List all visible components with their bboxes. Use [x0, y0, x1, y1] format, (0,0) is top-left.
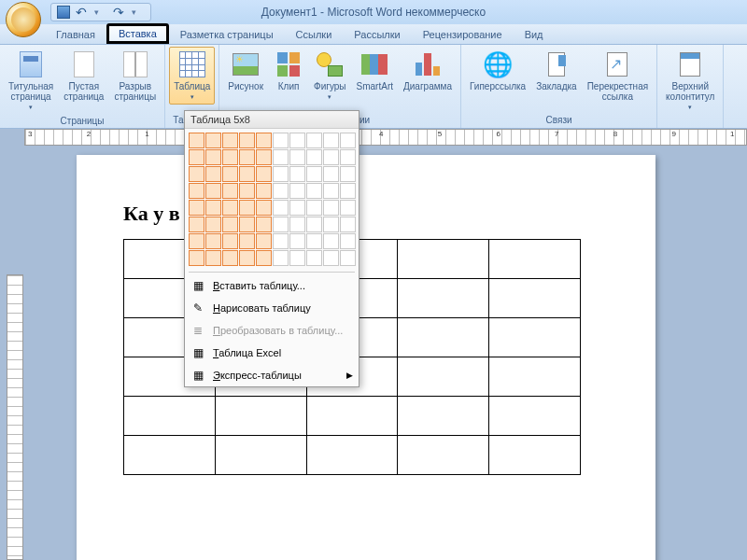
grid-cell[interactable]	[306, 233, 322, 249]
grid-cell[interactable]	[189, 133, 204, 148]
grid-cell[interactable]	[273, 233, 289, 249]
grid-cell[interactable]	[273, 217, 289, 232]
grid-cell[interactable]	[306, 183, 322, 199]
grid-cell[interactable]	[205, 166, 221, 182]
table-cell[interactable]	[124, 397, 216, 436]
grid-cell[interactable]	[289, 217, 305, 232]
grid-cell[interactable]	[323, 217, 339, 232]
tab-Главная[interactable]: Главная	[45, 25, 106, 44]
tab-Разметка страницы[interactable]: Разметка страницы	[169, 25, 285, 44]
grid-cell[interactable]	[340, 250, 356, 266]
qat-customize-icon[interactable]	[132, 6, 145, 19]
table-cell[interactable]	[398, 397, 489, 436]
grid-cell[interactable]	[289, 149, 305, 165]
grid-cell[interactable]	[323, 166, 339, 182]
grid-cell[interactable]	[256, 200, 272, 216]
grid-cell[interactable]	[273, 149, 289, 165]
grid-cell[interactable]	[205, 250, 221, 266]
hyperlink-button[interactable]: 🌐Гиперссылка	[465, 47, 530, 94]
grid-cell[interactable]	[289, 183, 305, 199]
grid-cell[interactable]	[189, 166, 204, 182]
grid-cell[interactable]	[189, 200, 204, 216]
table-size-grid[interactable]	[185, 129, 359, 270]
grid-cell[interactable]	[189, 250, 204, 266]
table-cell[interactable]	[398, 318, 489, 357]
blank-page-button[interactable]: Пустаястраница	[59, 47, 108, 105]
grid-cell[interactable]	[340, 233, 356, 249]
save-icon[interactable]	[57, 6, 70, 19]
table-cell[interactable]	[489, 436, 581, 475]
menu-item[interactable]: ▦Экспресс-таблицы▶	[185, 364, 359, 386]
tab-Вставка[interactable]: Вставка	[106, 23, 169, 44]
grid-cell[interactable]	[256, 217, 272, 232]
crossref-button[interactable]: Перекрестнаяссылка	[583, 47, 653, 105]
grid-cell[interactable]	[289, 133, 305, 148]
grid-cell[interactable]	[340, 217, 356, 232]
grid-cell[interactable]	[340, 149, 356, 165]
grid-cell[interactable]	[222, 149, 238, 165]
table-cell[interactable]	[398, 279, 489, 318]
grid-cell[interactable]	[189, 217, 204, 232]
menu-item[interactable]: ▦Таблица Excel	[185, 342, 359, 364]
table-cell[interactable]	[398, 436, 489, 475]
grid-cell[interactable]	[323, 233, 339, 249]
grid-cell[interactable]	[222, 233, 238, 249]
tab-Рассылки[interactable]: Рассылки	[343, 25, 411, 44]
tab-Рецензирование[interactable]: Рецензирование	[412, 25, 514, 44]
grid-cell[interactable]	[239, 250, 255, 266]
grid-cell[interactable]	[189, 183, 204, 199]
grid-cell[interactable]	[239, 149, 255, 165]
table-cell[interactable]	[124, 436, 216, 475]
grid-cell[interactable]	[239, 133, 255, 148]
grid-cell[interactable]	[289, 250, 305, 266]
grid-cell[interactable]	[222, 200, 238, 216]
grid-cell[interactable]	[323, 133, 339, 148]
office-button[interactable]	[6, 2, 41, 37]
table-cell[interactable]	[398, 357, 489, 397]
header-button[interactable]: Верхнийколонтитул	[661, 47, 719, 115]
cover-page-button[interactable]: Титульнаястраница	[4, 47, 58, 115]
table-cell[interactable]	[215, 397, 306, 436]
grid-cell[interactable]	[222, 166, 238, 182]
menu-item[interactable]: ✎Нарисовать таблицу	[185, 297, 359, 319]
table-cell[interactable]	[489, 279, 581, 318]
grid-cell[interactable]	[306, 217, 322, 232]
table-cell[interactable]	[215, 436, 306, 475]
grid-cell[interactable]	[289, 233, 305, 249]
grid-cell[interactable]	[239, 166, 255, 182]
grid-cell[interactable]	[340, 166, 356, 182]
table-cell[interactable]	[306, 397, 398, 436]
grid-cell[interactable]	[189, 149, 204, 165]
grid-cell[interactable]	[239, 183, 255, 199]
shapes-button[interactable]: Фигуры	[309, 47, 350, 105]
grid-cell[interactable]	[323, 200, 339, 216]
document-page[interactable]: Ка у в Ворде	[77, 155, 655, 560]
grid-cell[interactable]	[189, 233, 204, 249]
table-cell[interactable]	[489, 357, 581, 397]
grid-cell[interactable]	[289, 166, 305, 182]
grid-cell[interactable]	[340, 183, 356, 199]
grid-cell[interactable]	[306, 250, 322, 266]
grid-cell[interactable]	[222, 133, 238, 148]
table-cell[interactable]	[306, 436, 398, 475]
grid-cell[interactable]	[256, 250, 272, 266]
grid-cell[interactable]	[273, 200, 289, 216]
redo-icon[interactable]	[113, 6, 126, 19]
grid-cell[interactable]	[205, 133, 221, 148]
grid-cell[interactable]	[273, 133, 289, 148]
horizontal-ruler[interactable]	[24, 129, 747, 146]
grid-cell[interactable]	[306, 133, 322, 148]
picture-button[interactable]: Рисунок	[223, 47, 268, 94]
grid-cell[interactable]	[205, 217, 221, 232]
grid-cell[interactable]	[323, 250, 339, 266]
table-cell[interactable]	[398, 240, 489, 279]
grid-cell[interactable]	[222, 183, 238, 199]
grid-cell[interactable]	[256, 233, 272, 249]
grid-cell[interactable]	[205, 233, 221, 249]
menu-item[interactable]: ▦Вставить таблицу...	[185, 274, 359, 297]
grid-cell[interactable]	[205, 149, 221, 165]
grid-cell[interactable]	[306, 166, 322, 182]
undo-dropdown-icon[interactable]	[94, 6, 107, 19]
grid-cell[interactable]	[273, 166, 289, 182]
tab-Ссылки[interactable]: Ссылки	[285, 25, 344, 44]
